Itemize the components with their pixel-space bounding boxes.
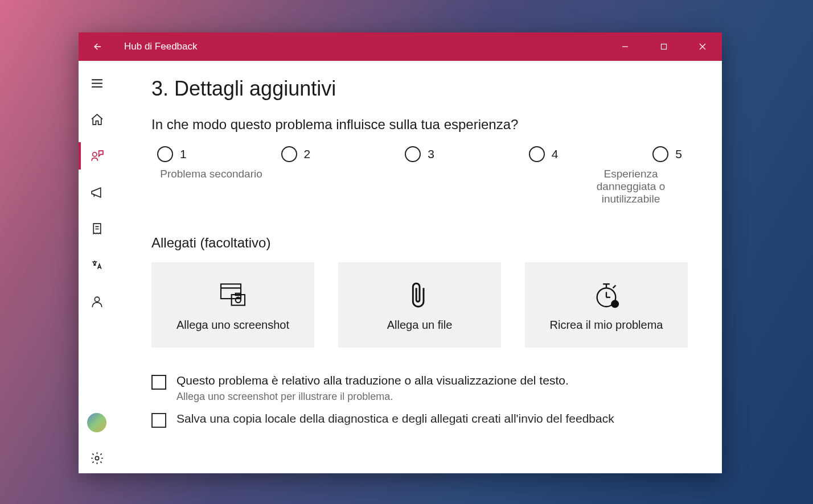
rating-option-5[interactable]: 5 <box>652 146 682 162</box>
rating-option-4[interactable]: 4 <box>529 146 559 162</box>
svg-point-21 <box>611 300 618 307</box>
rating-label-high: Esperienza danneggiata o inutilizzabile <box>574 168 688 205</box>
stopwatch-icon <box>590 279 622 311</box>
titlebar: Hub di Feedback <box>79 32 722 61</box>
window-controls <box>606 32 722 61</box>
attach-screenshot-label: Allega uno screenshot <box>176 319 289 332</box>
checkbox-icon <box>151 413 166 428</box>
attach-screenshot-button[interactable]: Allega uno screenshot <box>151 262 314 348</box>
close-button[interactable] <box>683 32 722 61</box>
svg-rect-12 <box>232 295 245 305</box>
sidebar-item-feedback[interactable] <box>79 138 115 174</box>
rating-labels: Problema secondario Esperienza danneggia… <box>151 168 688 205</box>
rating-row: 1 2 3 4 5 <box>151 146 688 162</box>
attachments-row: Allega uno screenshot Allega un file Ric… <box>151 262 688 348</box>
rating-option-2[interactable]: 2 <box>281 146 311 162</box>
rating-option-1[interactable]: 1 <box>157 146 187 162</box>
svg-point-7 <box>92 152 96 156</box>
window-title: Hub di Feedback <box>124 41 198 52</box>
save-local-copy-checkbox-row[interactable]: Salva una copia locale della diagnostica… <box>151 412 688 428</box>
sidebar-item-profile[interactable] <box>79 283 115 320</box>
minimize-button[interactable] <box>606 32 644 61</box>
svg-line-20 <box>613 285 616 288</box>
attach-file-label: Allega un file <box>387 319 453 332</box>
svg-point-9 <box>95 456 98 460</box>
sidebar-item-settings[interactable] <box>79 443 115 473</box>
svg-point-8 <box>95 297 99 301</box>
back-button[interactable] <box>79 32 117 61</box>
sidebar-item-home[interactable] <box>79 101 115 138</box>
checkbox-icon <box>151 375 166 390</box>
attach-file-button[interactable]: Allega un file <box>338 262 501 348</box>
hamburger-menu[interactable] <box>79 65 115 101</box>
paperclip-icon <box>404 279 436 311</box>
rating-label-low: Problema secondario <box>151 168 271 205</box>
attachments-heading: Allegati (facoltativo) <box>151 235 688 251</box>
save-local-copy-label: Salva una copia locale della diagnostica… <box>176 412 614 425</box>
radio-icon <box>529 146 545 162</box>
radio-icon <box>652 146 668 162</box>
sidebar-item-announcements[interactable] <box>79 174 115 210</box>
translation-issue-label: Questo problema è relativo alla traduzio… <box>176 374 569 387</box>
radio-icon <box>281 146 297 162</box>
svg-rect-10 <box>221 284 241 299</box>
user-avatar[interactable] <box>87 413 106 432</box>
recreate-problem-button[interactable]: Ricrea il mio problema <box>525 262 688 348</box>
feedback-hub-window: Hub di Feedback <box>79 32 722 473</box>
translation-issue-hint: Allega uno screenshot per illustrare il … <box>176 391 569 403</box>
section-heading: 3. Dettagli aggiuntivi <box>151 77 688 101</box>
rating-option-3[interactable]: 3 <box>405 146 434 162</box>
radio-icon <box>157 146 173 162</box>
sidebar-item-quests[interactable] <box>79 210 115 247</box>
sidebar <box>79 61 115 473</box>
screenshot-icon <box>217 279 249 311</box>
recreate-problem-label: Ricrea il mio problema <box>550 319 663 332</box>
translation-issue-checkbox-row[interactable]: Questo problema è relativo alla traduzio… <box>151 374 688 403</box>
radio-icon <box>405 146 421 162</box>
svg-rect-1 <box>662 44 667 49</box>
maximize-button[interactable] <box>644 32 683 61</box>
sidebar-item-translate[interactable] <box>79 247 115 283</box>
window-body: 3. Dettagli aggiuntivi In che modo quest… <box>79 61 722 473</box>
impact-question: In che modo questo problema influisce su… <box>151 117 688 133</box>
main-content: 3. Dettagli aggiuntivi In che modo quest… <box>115 61 722 473</box>
